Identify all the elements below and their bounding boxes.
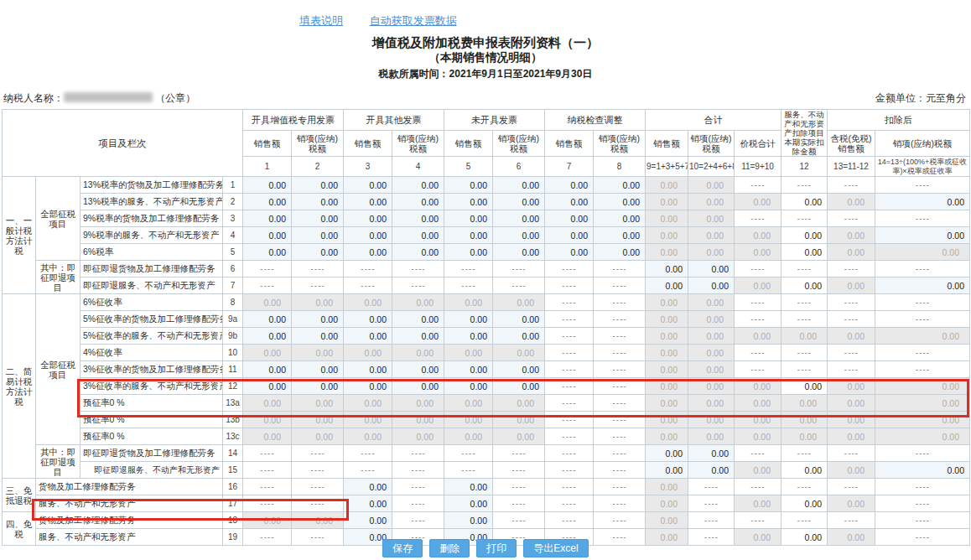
cell-r17-c12[interactable]: 0.00 xyxy=(781,495,828,512)
cell-r9a-c1[interactable]: 0.00 xyxy=(243,311,292,328)
cell-r7-c10[interactable]: 0.00 xyxy=(688,277,735,294)
cell-r12-c3[interactable]: 0.00 xyxy=(344,378,392,395)
cell-r17-c3[interactable]: 0.00 xyxy=(344,495,392,512)
cell-r9b-c2[interactable]: 0.00 xyxy=(292,328,344,345)
cell-r2-c4[interactable]: 0.00 xyxy=(392,194,444,210)
cell-r18-c5[interactable]: 0.00 xyxy=(444,512,493,529)
cell-r11-c5[interactable]: 0.00 xyxy=(444,361,493,378)
cell-r18-c3[interactable]: 0.00 xyxy=(344,512,392,529)
cell-r4-c4[interactable]: 0.00 xyxy=(392,227,444,244)
cell-r3-c2[interactable]: 0.00 xyxy=(292,210,344,227)
cell-r5-c6[interactable]: 0.00 xyxy=(493,244,545,261)
cell-r9b-c3[interactable]: 0.00 xyxy=(344,328,392,345)
cell-r12-c5[interactable]: 0.00 xyxy=(444,378,493,395)
cell-r11-c6[interactable]: 0.00 xyxy=(493,361,545,378)
cell-r9a-c2[interactable]: 0.00 xyxy=(292,311,344,328)
cell-r7-c12[interactable]: 0.00 xyxy=(781,277,828,294)
cell-r1-c6[interactable]: 0.00 xyxy=(493,177,545,194)
cell-r5-c4[interactable]: 0.00 xyxy=(392,244,444,261)
cell-r1-c4[interactable]: 0.00 xyxy=(392,177,444,194)
cell-r4-c14[interactable]: 0.00 xyxy=(875,227,970,244)
cell-r17-c5[interactable]: 0.00 xyxy=(444,495,493,512)
cell-r9a-c4[interactable]: 0.00 xyxy=(392,311,444,328)
cell-r5-c3[interactable]: 0.00 xyxy=(344,244,392,261)
cell-r3-c6[interactable]: 0.00 xyxy=(493,210,545,227)
cell-r11-c2[interactable]: 0.00 xyxy=(292,361,344,378)
cell-r3-c4[interactable]: 0.00 xyxy=(392,210,444,227)
cell-r2-c14[interactable]: 0.00 xyxy=(875,194,970,210)
save-button[interactable]: 保存 xyxy=(382,539,423,557)
cell-r4-c3[interactable]: 0.00 xyxy=(344,227,392,244)
fill-instructions-link[interactable]: 填表说明 xyxy=(299,14,343,27)
cell-r7-c9[interactable]: 0.00 xyxy=(646,277,688,294)
cell-r14-c8: ---- xyxy=(594,445,646,462)
cell-r12-c12[interactable]: 0.00 xyxy=(781,378,828,395)
cell-r5-c7[interactable]: 0.00 xyxy=(545,244,594,261)
cell-r2-c8[interactable]: 0.00 xyxy=(594,194,646,210)
cell-r2-c3[interactable]: 0.00 xyxy=(344,194,392,210)
cell-r6-c9[interactable]: 0.00 xyxy=(646,261,688,277)
cell-r15-c10[interactable]: 0.00 xyxy=(688,462,735,479)
cell-r9b-c1[interactable]: 0.00 xyxy=(243,328,292,345)
table-row: 预征率0 %13c0.000.000.000.000.000.00-------… xyxy=(3,428,970,445)
cell-r2-c5[interactable]: 0.00 xyxy=(444,194,493,210)
cell-r7-c1: ---- xyxy=(243,277,292,294)
cell-r15-c12[interactable]: 0.00 xyxy=(781,462,828,479)
auto-fetch-invoice-data-link[interactable]: 自动获取发票数据 xyxy=(370,14,457,27)
cell-r4-c6[interactable]: 0.00 xyxy=(493,227,545,244)
cell-r16-c3[interactable]: 0.00 xyxy=(344,479,392,495)
cell-r12-c1[interactable]: 0.00 xyxy=(243,378,292,395)
cell-r2-c7[interactable]: 0.00 xyxy=(545,194,594,210)
cell-r1-c8[interactable]: 0.00 xyxy=(594,177,646,194)
cell-r6-c3: ---- xyxy=(344,261,392,277)
cell-r9b-c6[interactable]: 0.00 xyxy=(493,328,545,345)
export-excel-button[interactable]: 导出Excel xyxy=(523,539,588,557)
cell-r4-c5[interactable]: 0.00 xyxy=(444,227,493,244)
cell-r2-c1[interactable]: 0.00 xyxy=(243,194,292,210)
cell-r4-c8[interactable]: 0.00 xyxy=(594,227,646,244)
cell-r4-c7[interactable]: 0.00 xyxy=(545,227,594,244)
cell-r9a-c6[interactable]: 0.00 xyxy=(493,311,545,328)
cell-r1-c1[interactable]: 0.00 xyxy=(243,177,292,194)
cell-r9b-c4[interactable]: 0.00 xyxy=(392,328,444,345)
cell-r11-c4[interactable]: 0.00 xyxy=(392,361,444,378)
cell-r11-c3[interactable]: 0.00 xyxy=(344,361,392,378)
cell-r15-c9[interactable]: 0.00 xyxy=(646,462,688,479)
cell-r4-c12[interactable]: 0.00 xyxy=(781,227,828,244)
cell-r4-c1[interactable]: 0.00 xyxy=(243,227,292,244)
print-button[interactable]: 打印 xyxy=(476,539,517,557)
cell-r9a-c5[interactable]: 0.00 xyxy=(444,311,493,328)
cell-r7-c14[interactable]: 0.00 xyxy=(875,277,970,294)
cell-r16-c5[interactable]: 0.00 xyxy=(444,479,493,495)
cell-r9b-c5[interactable]: 0.00 xyxy=(444,328,493,345)
cell-r12-c4[interactable]: 0.00 xyxy=(392,378,444,395)
delete-button[interactable]: 删除 xyxy=(429,539,470,557)
cell-r3-c3[interactable]: 0.00 xyxy=(344,210,392,227)
cell-r15-c14[interactable]: 0.00 xyxy=(875,462,970,479)
cell-r1-c2[interactable]: 0.00 xyxy=(292,177,344,194)
cell-r11-c1[interactable]: 0.00 xyxy=(243,361,292,378)
cell-r5-c5[interactable]: 0.00 xyxy=(444,244,493,261)
cell-r1-c3[interactable]: 0.00 xyxy=(344,177,392,194)
cell-r2-c2[interactable]: 0.00 xyxy=(292,194,344,210)
cell-r1-c5[interactable]: 0.00 xyxy=(444,177,493,194)
cell-r7-c2: ---- xyxy=(292,277,344,294)
cell-r3-c1[interactable]: 0.00 xyxy=(243,210,292,227)
cell-r3-c5[interactable]: 0.00 xyxy=(444,210,493,227)
cell-r14-c9[interactable]: 0.00 xyxy=(646,445,688,462)
cell-r5-c1[interactable]: 0.00 xyxy=(243,244,292,261)
cell-r9a-c3[interactable]: 0.00 xyxy=(344,311,392,328)
cell-r2-c12[interactable]: 0.00 xyxy=(781,194,828,210)
cell-r12-c2[interactable]: 0.00 xyxy=(292,378,344,395)
cell-r3-c8[interactable]: 0.00 xyxy=(594,210,646,227)
cell-r6-c10[interactable]: 0.00 xyxy=(688,261,735,277)
cell-r5-c8[interactable]: 0.00 xyxy=(594,244,646,261)
cell-r1-c7[interactable]: 0.00 xyxy=(545,177,594,194)
cell-r3-c7[interactable]: 0.00 xyxy=(545,210,594,227)
cell-r5-c12[interactable]: 0.00 xyxy=(781,244,828,261)
cell-r12-c6[interactable]: 0.00 xyxy=(493,378,545,395)
cell-r4-c2[interactable]: 0.00 xyxy=(292,227,344,244)
cell-r14-c10[interactable]: 0.00 xyxy=(688,445,735,462)
cell-r5-c2[interactable]: 0.00 xyxy=(292,244,344,261)
cell-r2-c6[interactable]: 0.00 xyxy=(493,194,545,210)
